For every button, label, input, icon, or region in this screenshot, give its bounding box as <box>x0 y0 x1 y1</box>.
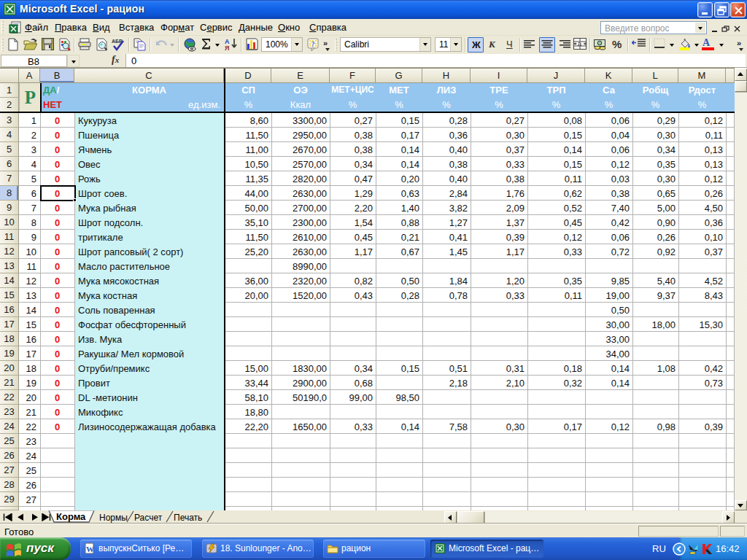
svg-text:?: ? <box>311 40 315 48</box>
svg-text:W: W <box>86 545 94 553</box>
svg-text:Я: Я <box>225 44 229 50</box>
svg-text:a: a <box>578 40 581 47</box>
svg-text:Корма: Корма <box>56 511 86 522</box>
